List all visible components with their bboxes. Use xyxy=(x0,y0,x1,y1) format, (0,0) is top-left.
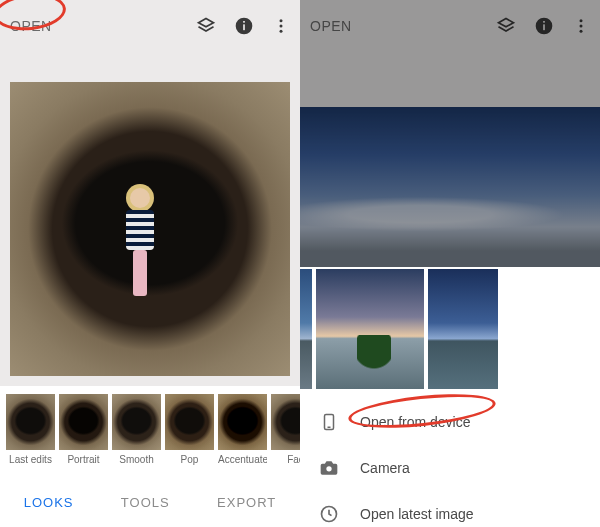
more-icon[interactable] xyxy=(572,16,590,36)
svg-point-14 xyxy=(326,466,331,471)
thumbnail[interactable] xyxy=(316,269,424,389)
camera-icon xyxy=(318,458,340,478)
look-label: Smooth xyxy=(112,454,161,465)
look-item[interactable]: Pop xyxy=(165,394,214,478)
topbar-actions xyxy=(496,16,590,36)
layers-icon[interactable] xyxy=(496,16,516,36)
tab-tools[interactable]: TOOLS xyxy=(121,495,170,510)
open-from-device-label: Open from device xyxy=(360,414,471,430)
clock-icon xyxy=(318,504,340,524)
look-item[interactable]: Accentuate xyxy=(218,394,267,478)
layers-icon[interactable] xyxy=(196,16,216,36)
look-item[interactable]: Fac xyxy=(271,394,300,478)
look-label: Fac xyxy=(271,454,300,465)
more-icon[interactable] xyxy=(272,16,290,36)
open-from-device-row[interactable]: Open from device xyxy=(300,399,600,445)
recent-thumbnails xyxy=(300,267,600,393)
svg-rect-1 xyxy=(243,24,245,30)
editing-canvas[interactable] xyxy=(0,52,300,386)
looks-filmstrip: Last edits Portrait Smooth Pop Accentuat… xyxy=(0,386,300,478)
svg-point-3 xyxy=(280,19,283,22)
tab-looks[interactable]: LOOKS xyxy=(24,495,74,510)
topbar: OPEN xyxy=(300,0,600,52)
svg-point-4 xyxy=(280,25,283,28)
svg-point-11 xyxy=(580,30,583,33)
open-latest-row[interactable]: Open latest image xyxy=(300,491,600,527)
look-label: Accentuate xyxy=(218,454,267,465)
left-screenshot: OPEN Last edits xyxy=(0,0,300,527)
look-label: Last edits xyxy=(6,454,55,465)
main-image xyxy=(300,107,600,267)
svg-rect-8 xyxy=(543,21,545,23)
thumbnail[interactable] xyxy=(428,269,498,389)
open-button[interactable]: OPEN xyxy=(310,18,352,34)
look-label: Pop xyxy=(165,454,214,465)
svg-point-9 xyxy=(580,19,583,22)
svg-point-5 xyxy=(280,30,283,33)
topbar: OPEN xyxy=(0,0,300,52)
look-item[interactable]: Smooth xyxy=(112,394,161,478)
open-latest-label: Open latest image xyxy=(360,506,474,522)
bottom-tabs: LOOKS TOOLS EXPORT xyxy=(0,478,300,526)
open-sheet: Open from device Camera Open latest imag… xyxy=(300,267,600,527)
svg-point-10 xyxy=(580,25,583,28)
look-item[interactable]: Last edits xyxy=(6,394,55,478)
device-icon xyxy=(318,410,340,434)
svg-rect-7 xyxy=(543,24,545,30)
info-icon[interactable] xyxy=(234,16,254,36)
open-options: Open from device Camera Open latest imag… xyxy=(300,393,600,527)
camera-label: Camera xyxy=(360,460,410,476)
info-icon[interactable] xyxy=(534,16,554,36)
tab-export[interactable]: EXPORT xyxy=(217,495,276,510)
topbar-actions xyxy=(196,16,290,36)
main-image xyxy=(10,82,290,376)
look-label: Portrait xyxy=(59,454,108,465)
open-button[interactable]: OPEN xyxy=(10,18,52,34)
editing-canvas xyxy=(300,52,600,267)
thumbnail[interactable] xyxy=(300,269,312,389)
camera-row[interactable]: Camera xyxy=(300,445,600,491)
svg-rect-2 xyxy=(243,21,245,23)
look-item[interactable]: Portrait xyxy=(59,394,108,478)
right-screenshot: OPEN xyxy=(300,0,600,527)
